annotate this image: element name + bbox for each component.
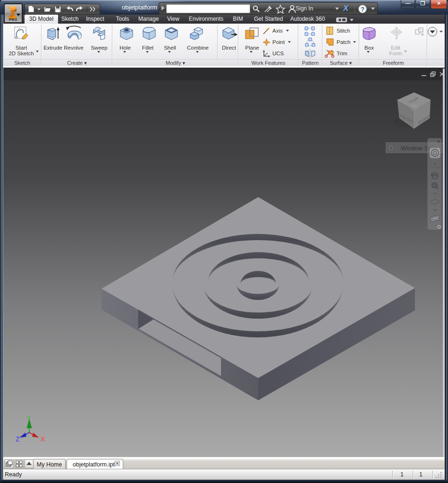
svg-text:?: ? <box>361 6 364 13</box>
svg-text:X: X <box>41 435 45 443</box>
svg-text:Z: Z <box>16 435 20 443</box>
svg-text:Y: Y <box>26 414 31 422</box>
